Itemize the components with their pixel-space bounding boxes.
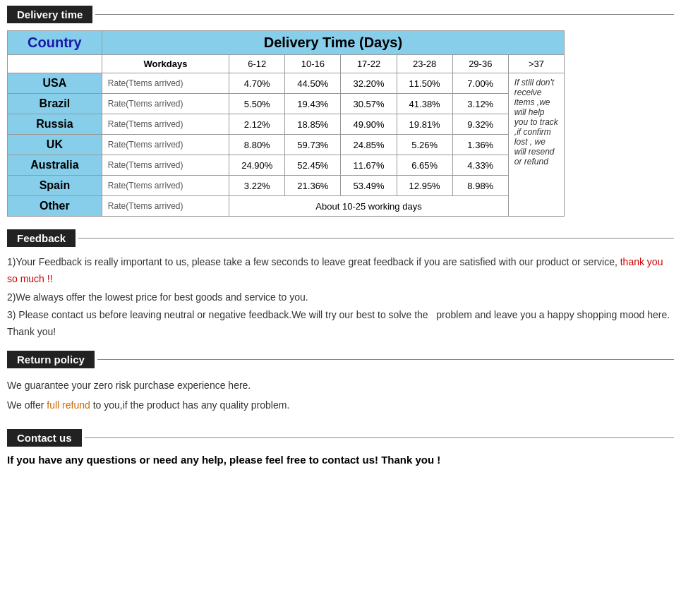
data-cell-brazil-0: 5.50% xyxy=(229,94,285,114)
data-cell-usa-1: 44.50% xyxy=(285,73,341,94)
col-r6: >37 xyxy=(508,55,564,73)
country-cell-australia: Australia xyxy=(8,155,102,176)
data-cell-brazil-2: 30.57% xyxy=(341,94,397,114)
data-cell-russia-1: 18.85% xyxy=(285,114,341,135)
feedback-section: Feedback 1)Your Feedback is really impor… xyxy=(7,229,674,341)
data-cell-usa-2: 32.20% xyxy=(341,73,397,94)
data-cell-usa-3: 11.50% xyxy=(397,73,452,94)
col-empty xyxy=(8,55,102,73)
delivery-section: Delivery time Country Delivery Time (Day… xyxy=(7,6,674,217)
return-section: Return policy We guarantee your zero ris… xyxy=(7,351,674,415)
col-r2: 10-16 xyxy=(285,55,341,73)
data-cell-australia-1: 52.45% xyxy=(285,155,341,176)
return-content: We guarantee your zero risk purchase exp… xyxy=(7,375,674,415)
data-cell-brazil-3: 41.38% xyxy=(397,94,452,114)
feedback-highlight: thank you so much !! xyxy=(7,256,663,284)
country-cell-brazil: Brazil xyxy=(8,94,102,114)
feedback-title: Feedback xyxy=(7,229,76,247)
data-cell-uk-0: 8.80% xyxy=(229,135,285,155)
delivery-table: Country Delivery Time (Days) Workdays 6-… xyxy=(7,30,565,217)
about-cell: About 10-25 working days xyxy=(229,196,509,217)
rate-cell-uk: Rate(Ttems arrived) xyxy=(102,135,229,155)
return-highlight: full refund xyxy=(47,399,90,411)
feedback-content: 1)Your Feedback is really important to u… xyxy=(7,254,674,341)
col-header-delivery-time: Delivery Time (Days) xyxy=(102,31,564,55)
feedback-line-3: 3) Please contact us before leaving neut… xyxy=(7,307,674,341)
feedback-header-line xyxy=(78,238,674,238)
contact-section: Contact us If you have any questions or … xyxy=(7,429,674,466)
contact-line: If you have any questions or need any he… xyxy=(7,454,674,466)
country-cell-usa: USA xyxy=(8,73,102,94)
data-cell-usa-4: 7.00% xyxy=(452,73,508,94)
data-cell-uk-1: 59.73% xyxy=(285,135,341,155)
data-cell-spain-2: 53.49% xyxy=(341,176,397,196)
col-r4: 23-28 xyxy=(397,55,452,73)
country-cell-spain: Spain xyxy=(8,176,102,196)
delivery-title: Delivery time xyxy=(7,6,92,23)
contact-title: Contact us xyxy=(7,429,82,447)
rate-cell-other: Rate(Ttems arrived) xyxy=(102,196,229,217)
rate-cell-brazil: Rate(Ttems arrived) xyxy=(102,94,229,114)
data-cell-brazil-4: 3.12% xyxy=(452,94,508,114)
return-line-1: We guarantee your zero risk purchase exp… xyxy=(7,375,674,395)
data-cell-uk-3: 5.26% xyxy=(397,135,452,155)
rate-cell-australia: Rate(Ttems arrived) xyxy=(102,155,229,176)
feedback-header: Feedback xyxy=(7,229,674,247)
data-cell-australia-2: 11.67% xyxy=(341,155,397,176)
data-cell-uk-4: 1.36% xyxy=(452,135,508,155)
data-cell-russia-0: 2.12% xyxy=(229,114,285,135)
data-cell-australia-3: 6.65% xyxy=(397,155,452,176)
feedback-line-2: 2)We always offer the lowest price for b… xyxy=(7,289,674,306)
data-cell-spain-3: 12.95% xyxy=(397,176,452,196)
contact-header: Contact us xyxy=(7,429,674,447)
feedback-line-1: 1)Your Feedback is really important to u… xyxy=(7,254,674,288)
return-header-line xyxy=(97,359,674,360)
country-cell-other: Other xyxy=(8,196,102,217)
data-cell-usa-0: 4.70% xyxy=(229,73,285,94)
delivery-header: Delivery time xyxy=(7,6,674,23)
contact-header-line xyxy=(85,437,674,438)
data-cell-russia-4: 9.32% xyxy=(452,114,508,135)
return-title: Return policy xyxy=(7,351,95,368)
data-cell-russia-3: 19.81% xyxy=(397,114,452,135)
rate-cell-spain: Rate(Ttems arrived) xyxy=(102,176,229,196)
delivery-header-line xyxy=(95,14,674,15)
col-workdays: Workdays xyxy=(102,55,229,73)
data-cell-australia-0: 24.90% xyxy=(229,155,285,176)
data-cell-brazil-1: 19.43% xyxy=(285,94,341,114)
data-cell-spain-1: 21.36% xyxy=(285,176,341,196)
return-header: Return policy xyxy=(7,351,674,368)
country-cell-russia: Russia xyxy=(8,114,102,135)
country-cell-uk: UK xyxy=(8,135,102,155)
note-cell: If still don't receive items ,we will he… xyxy=(508,73,564,217)
col-r5: 29-36 xyxy=(452,55,508,73)
data-cell-australia-4: 4.33% xyxy=(452,155,508,176)
data-cell-spain-4: 8.98% xyxy=(452,176,508,196)
rate-cell-usa: Rate(Ttems arrived) xyxy=(102,73,229,94)
col-r1: 6-12 xyxy=(229,55,285,73)
data-cell-spain-0: 3.22% xyxy=(229,176,285,196)
return-line-2: We offer full refund to you,if the produ… xyxy=(7,395,674,415)
data-cell-uk-2: 24.85% xyxy=(341,135,397,155)
col-header-country: Country xyxy=(8,31,102,55)
col-r3: 17-22 xyxy=(341,55,397,73)
data-cell-russia-2: 49.90% xyxy=(341,114,397,135)
rate-cell-russia: Rate(Ttems arrived) xyxy=(102,114,229,135)
